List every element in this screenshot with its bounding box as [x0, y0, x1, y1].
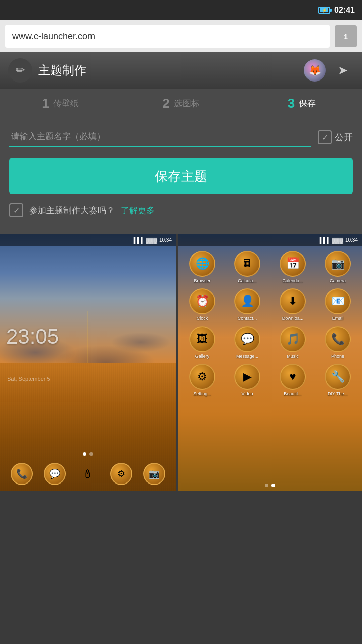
public-checkbox[interactable]: ✓ [318, 130, 332, 144]
step-2[interactable]: 2 选图标 [121, 89, 241, 118]
app-label: Music [287, 354, 299, 359]
app-label: Email [332, 316, 344, 321]
lock-screen-date: Sat, September 5 [7, 376, 50, 382]
app-label: Setting... [193, 391, 211, 396]
app-icon[interactable]: 🌐 [189, 251, 215, 277]
theme-name-input[interactable] [9, 128, 311, 147]
learn-more-link[interactable]: 了解更多 [121, 205, 155, 216]
app-label: Calcula... [238, 278, 257, 283]
app-item: 📞 Phone [316, 324, 360, 361]
app-label: Calenda... [282, 278, 303, 283]
app-icon[interactable]: 🖼 [189, 326, 215, 352]
lock-message-icon: 💬 [44, 463, 66, 485]
status-bar: ⚡ 02:41 [0, 0, 362, 20]
app-item: 🎵 Music [270, 324, 315, 361]
name-row: ✓ 公开 [9, 128, 353, 147]
app-item: ♥ Beautif... [270, 362, 315, 398]
app-item: 🖼 Gallery [180, 324, 224, 361]
app-label: Downloa... [282, 316, 304, 321]
step1-num: 1 [42, 96, 49, 111]
contest-checkmark-icon: ✓ [13, 206, 20, 215]
status-time: 02:41 [334, 6, 355, 15]
left-preview-status: ▌▌▌ ▓▓▓ 10:34 [0, 234, 176, 246]
app-icon[interactable]: 📷 [325, 251, 351, 277]
save-theme-button[interactable]: 保存主题 [9, 158, 353, 194]
app-item: ▶ Video [225, 362, 269, 398]
right-signal-icon: ▌▌▌ [320, 237, 330, 243]
app-label: DIY The... [328, 391, 348, 396]
step-3[interactable]: 3 保存 [241, 89, 362, 118]
public-label: 公开 [335, 131, 353, 143]
contest-row: ✓ 参加主题制作大赛吗？ 了解更多 [9, 203, 353, 217]
steps-bar: 1 传壁纸 2 选图标 3 保存 [0, 89, 362, 118]
app-label: Phone [331, 354, 344, 359]
app-icon[interactable]: ⬇ [280, 288, 306, 314]
lock-settings-icon: ⚙ [110, 463, 132, 485]
app-icon[interactable]: 📞 [325, 326, 351, 352]
app-icon[interactable]: 📧 [325, 288, 351, 314]
app-label: Video [242, 391, 253, 396]
lock-screen-time: 23:05 [6, 325, 59, 349]
app-item: ⏰ Clock [180, 286, 224, 323]
app-label: Gallery [195, 354, 210, 359]
app-item: 📧 Email [316, 286, 360, 323]
dot-1 [83, 452, 86, 456]
app-icon[interactable]: 📅 [280, 251, 306, 277]
app-label: Camera [330, 278, 346, 283]
app-icon[interactable]: 🖩 [234, 251, 260, 277]
app-icon[interactable]: 👤 [234, 288, 260, 314]
candle-icon: 🕯 [77, 463, 99, 485]
public-check[interactable]: ✓ 公开 [318, 130, 353, 144]
step2-label: 选图标 [174, 98, 200, 109]
dots-indicator [0, 452, 176, 456]
contest-text: 参加主题制作大赛吗？ [29, 205, 115, 216]
battery-icon: ⚡ [318, 7, 330, 14]
dot-2 [89, 452, 93, 456]
step3-label: 保存 [299, 98, 316, 109]
app-label: Clock [197, 316, 208, 321]
app-item: 📷 Camera [316, 249, 360, 285]
app-label: Contact... [238, 316, 257, 321]
app-item: 🔧 DIY The... [316, 362, 360, 398]
url-bar: 1 [0, 20, 362, 52]
avatar[interactable]: 🦊 [304, 59, 326, 82]
send-button[interactable]: ➤ [332, 59, 354, 82]
step2-arrow [241, 96, 248, 110]
app-icon[interactable]: ⏰ [189, 288, 215, 314]
app-item: 🖩 Calcula... [225, 249, 269, 285]
tab-button[interactable]: 1 [335, 25, 357, 47]
app-icon[interactable]: ⚙ [189, 364, 215, 390]
step-1[interactable]: 1 传壁纸 [0, 89, 121, 118]
contest-checkbox[interactable]: ✓ [9, 203, 23, 217]
step1-label: 传壁纸 [53, 98, 79, 109]
app-icon[interactable]: 🎵 [280, 326, 306, 352]
app-icon[interactable]: ♥ [280, 364, 306, 390]
rdot-2 [272, 484, 275, 487]
app-item: ⚙ Setting... [180, 362, 224, 398]
step3-num: 3 [288, 96, 295, 111]
left-battery-status: ▓▓▓ [146, 237, 157, 243]
step2-num: 2 [162, 96, 169, 111]
lock-camera-icon: 📷 [143, 463, 165, 485]
app-grid: 🌐 Browser 🖩 Calcula... 📅 Calenda... 📷 Ca… [178, 246, 362, 401]
app-item: 📅 Calenda... [270, 249, 315, 285]
right-preview-status: ▌▌▌ ▓▓▓ 10:34 [178, 234, 362, 246]
app-icon[interactable]: 💬 [234, 326, 260, 352]
app-logo-icon: ✏ [8, 58, 32, 83]
url-input[interactable] [5, 25, 330, 48]
right-dots-indicator [178, 484, 362, 487]
preview-section: ▌▌▌ ▓▓▓ 10:34 23:05 Sat, September 5 📞 💬… [0, 234, 362, 491]
app-icon[interactable]: ▶ [234, 364, 260, 390]
app-header: ✏ 主题制作 🦊 ➤ [0, 52, 362, 89]
app-title: 主题制作 [38, 62, 298, 78]
right-battery-status: ▓▓▓ [332, 237, 343, 243]
app-item: 💬 Message... [225, 324, 269, 361]
left-preview-lockscreen: ▌▌▌ ▓▓▓ 10:34 23:05 Sat, September 5 📞 💬… [0, 234, 176, 491]
app-icon[interactable]: 🔧 [325, 364, 351, 390]
app-item: 🌐 Browser [180, 249, 224, 285]
app-item: 👤 Contact... [225, 286, 269, 323]
app-item: ⬇ Downloa... [270, 286, 315, 323]
checkmark-icon: ✓ [322, 133, 328, 142]
lock-phone-icon: 📞 [11, 463, 33, 485]
right-preview-appgrid: ▌▌▌ ▓▓▓ 10:34 🌐 Browser 🖩 Calcula... 📅 C… [178, 234, 362, 491]
